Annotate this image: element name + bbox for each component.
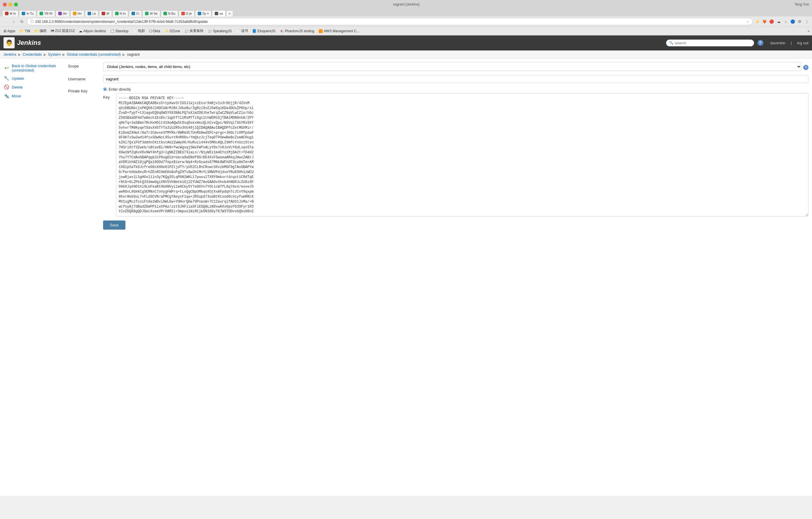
cloud-icon: ☁: [79, 29, 82, 33]
bookmark-speakingjs[interactable]: 📰 SpeakingJS: [206, 28, 233, 34]
tab-a[interactable]: A≡: [56, 10, 70, 17]
bookmark-tw-label: TW: [25, 29, 30, 33]
key-textarea[interactable]: [116, 93, 809, 216]
bookmark-star-icon[interactable]: ☆: [746, 19, 750, 24]
bookmark-biancheng[interactable]: 📁 编程: [33, 28, 48, 34]
breadcrumb: Jenkins ▶ Credentials ▶ System ▶ Global …: [0, 50, 812, 59]
browser-chrome: vagrant [Jenkins] Teng Yun M In In Tu YB…: [0, 0, 812, 35]
tab-m[interactable]: M: [99, 10, 112, 17]
browser-nav: ‹ › ↻ ⓘ 192.168.2.2:8080/credentials/sto…: [0, 17, 812, 27]
movie-icon: 📄: [133, 29, 137, 33]
sidebar-item-move[interactable]: 🔩 Move: [3, 91, 63, 100]
tab-h[interactable]: H≡: [70, 10, 84, 17]
reload-button[interactable]: ↻: [19, 19, 25, 25]
dushu-icon: 📄: [236, 29, 240, 33]
tab-le[interactable]: Le: [85, 10, 98, 17]
scope-select[interactable]: Global (Jenkins, nodes, items, all child…: [103, 62, 802, 71]
tab-n-bu[interactable]: N Bu: [161, 10, 178, 17]
sidebar-item-update[interactable]: 🔧 Update: [3, 74, 63, 83]
breadcrumb-credentials[interactable]: Credentials: [23, 52, 42, 57]
minimize-button[interactable]: [8, 3, 12, 6]
bookmark-dushu-label: 读书: [241, 28, 248, 33]
radio-enter-directly-label: Enter directly: [109, 87, 131, 91]
yanhuang-icon: 📰: [184, 29, 188, 33]
bookmarks-more-button[interactable]: »: [808, 29, 810, 33]
bookmark-tw[interactable]: 📁 TW: [18, 28, 31, 34]
sidebar-move-label: Move: [12, 94, 21, 98]
bookmark-movie[interactable]: 📄 电影: [132, 28, 146, 34]
tab-n-in[interactable]: N In: [113, 10, 128, 17]
sidebar-item-back[interactable]: ↩ Back to Global credentials (unrestrict…: [3, 62, 63, 74]
back-button[interactable]: ‹: [2, 19, 9, 25]
search-icon: 🔍: [669, 41, 673, 45]
bookmark-apps[interactable]: ⊞ Apps: [2, 28, 17, 34]
extension-icon-3[interactable]: 🔴: [768, 19, 775, 25]
breadcrumb-global-label: Global credentials (unrestricted): [67, 52, 121, 57]
bookmark-okta[interactable]: ⬡ Okta: [148, 28, 162, 34]
address-bar[interactable]: ⓘ 192.168.2.2:8080/credentials/store/sys…: [27, 18, 753, 25]
phantomjs-icon: 👻: [280, 29, 284, 33]
username-input[interactable]: [103, 75, 809, 83]
bookmark-yanhuang[interactable]: 📰 炎黄春秋: [183, 28, 205, 34]
tab-va[interactable]: va: [212, 10, 226, 17]
bookmark-phantomjs[interactable]: 👻 PhantomJS testing: [278, 28, 316, 34]
forward-button[interactable]: ›: [10, 19, 17, 25]
okta-icon: ⬡: [149, 29, 152, 33]
radio-group: Enter directly: [103, 87, 809, 91]
tab-ci[interactable]: Ci: [129, 10, 142, 17]
map-icon: 🗺: [51, 29, 54, 33]
bookmark-movie-label: 电影: [138, 28, 145, 33]
search-input[interactable]: [675, 41, 751, 45]
bookmark-standup[interactable]: 📋 Standup: [109, 28, 130, 34]
bookmark-aws[interactable]: 🟧 AWS Management C...: [317, 28, 360, 34]
sidebar-item-delete[interactable]: 🚫 Delete: [3, 83, 63, 91]
radio-enter-directly[interactable]: Enter directly: [103, 87, 809, 91]
bookmark-dzone-label: DZone: [170, 29, 180, 33]
tab-sy[interactable]: Sy ×: [195, 10, 211, 17]
jenkins-title: Jenkins: [17, 39, 41, 47]
breadcrumb-sep-4: ▶: [122, 53, 125, 57]
sidebar-back-label: Back to Global credentials (unrestricted…: [12, 64, 63, 73]
tab-yb-ri[interactable]: YB Ri: [37, 10, 55, 17]
extension-icon-2[interactable]: 🦊: [762, 19, 767, 25]
separator: |: [791, 41, 792, 45]
breadcrumb-jenkins[interactable]: Jenkins: [3, 52, 17, 57]
maximize-button[interactable]: [14, 3, 18, 6]
jenkins-logo-emoji: 👨: [6, 39, 13, 46]
scope-help-button[interactable]: ?: [803, 65, 809, 70]
private-key-control: Enter directly Key: [103, 87, 809, 216]
bookmark-guodao-label: 212 国道212: [55, 28, 75, 33]
bookmark-dushu[interactable]: 📄 读书: [235, 28, 249, 34]
bookmark-aliyun[interactable]: ☁ Aliyun-Jenkins: [78, 28, 107, 34]
user-name: Teng Yun: [794, 2, 809, 6]
standup-icon: 📋: [110, 29, 115, 33]
menu-icon[interactable]: ⋮: [804, 19, 810, 25]
address-text: 192.168.2.2:8080/credentials/store/syste…: [35, 20, 745, 24]
extension-icon-5[interactable]: ↕: [783, 19, 789, 25]
sidebar-delete-label: Delete: [12, 85, 23, 89]
bookmark-eloquentjs[interactable]: 📘 EloquentJS: [251, 28, 277, 34]
radio-enter-directly-input[interactable]: [103, 87, 107, 91]
tab-in-tu[interactable]: In Tu: [19, 10, 36, 17]
extension-icon-4[interactable]: ☁: [776, 19, 782, 25]
no-entry-icon: 🚫: [3, 84, 9, 90]
scope-row: Scope Global (Jenkins, nodes, items, all…: [68, 62, 809, 71]
save-button[interactable]: Save: [103, 220, 125, 229]
bookmark-dzone[interactable]: ✨ DZone: [163, 28, 181, 34]
logout-link[interactable]: log out: [797, 41, 809, 45]
breadcrumb-system[interactable]: System: [48, 52, 61, 57]
breadcrumb-system-label: System: [48, 52, 61, 57]
tab-m-in[interactable]: M In: [2, 10, 19, 17]
breadcrumb-global-credentials[interactable]: Global credentials (unrestricted): [67, 52, 121, 57]
close-button[interactable]: [3, 3, 7, 6]
tab-w-se[interactable]: W Se: [142, 10, 160, 17]
help-button[interactable]: ?: [757, 40, 763, 46]
tab-more[interactable]: »: [226, 10, 233, 17]
extension-icon-6[interactable]: 🔵: [790, 19, 795, 25]
bookmark-guodao[interactable]: 🗺 212 国道212: [50, 28, 76, 34]
extension-icon-1[interactable]: ⚡: [755, 19, 760, 25]
extension-icon-7[interactable]: ⚙: [797, 19, 803, 25]
tab-g-je[interactable]: G je: [179, 10, 195, 17]
form-actions: Save: [68, 220, 809, 229]
bookmarks-bar: ⊞ Apps 📁 TW 📁 编程 🗺 212 国道212 ☁ Aliyun-Je…: [0, 27, 812, 35]
